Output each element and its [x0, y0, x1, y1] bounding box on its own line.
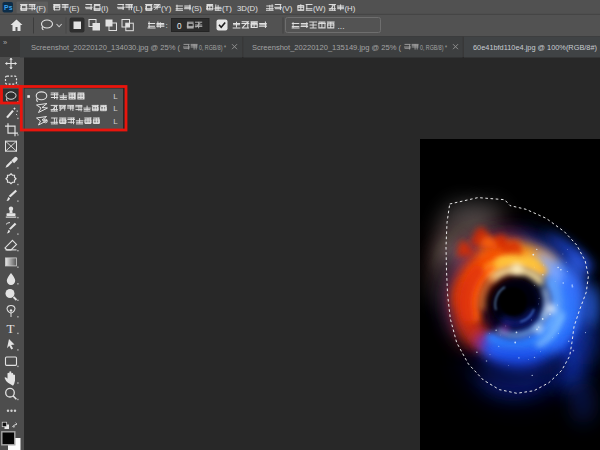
svg-text:3D(D): 3D(D): [237, 4, 258, 13]
svg-text:...: ...: [338, 21, 345, 31]
svg-text::: :: [166, 21, 168, 30]
svg-text:(W): (W): [313, 4, 326, 13]
svg-text:(S): (S): [192, 4, 203, 13]
svg-text:(Y): (Y): [161, 4, 172, 13]
svg-text:(F): (F): [36, 4, 46, 13]
svg-text:0, RGB/8) *: 0, RGB/8) *: [420, 43, 447, 52]
svg-text:(H): (H): [345, 4, 356, 13]
svg-text:(I): (I): [101, 4, 109, 13]
svg-text:0: 0: [177, 22, 182, 31]
svg-text:»: »: [3, 38, 7, 47]
svg-text:Screenshot_20220120_135149.jpg: Screenshot_20220120_135149.jpg @ 25% (: [252, 43, 401, 52]
svg-text:L: L: [113, 104, 118, 113]
svg-text:T: T: [7, 321, 15, 336]
svg-text:(T): (T): [222, 4, 232, 13]
svg-text:Screenshot_20220120_134030.jpg: Screenshot_20220120_134030.jpg @ 25% (: [31, 43, 180, 52]
svg-text:(L): (L): [133, 4, 143, 13]
svg-text:Ps: Ps: [4, 4, 13, 11]
svg-text:0, RGB/8) *: 0, RGB/8) *: [199, 43, 226, 52]
svg-text:(V): (V): [282, 4, 293, 13]
svg-text:(E): (E): [69, 4, 80, 13]
svg-text:L: L: [113, 117, 118, 126]
svg-text:60e41bfd110e4.jpg @ 100%(RGB/8: 60e41bfd110e4.jpg @ 100%(RGB/8#): [473, 43, 597, 52]
svg-text:L: L: [113, 92, 118, 101]
